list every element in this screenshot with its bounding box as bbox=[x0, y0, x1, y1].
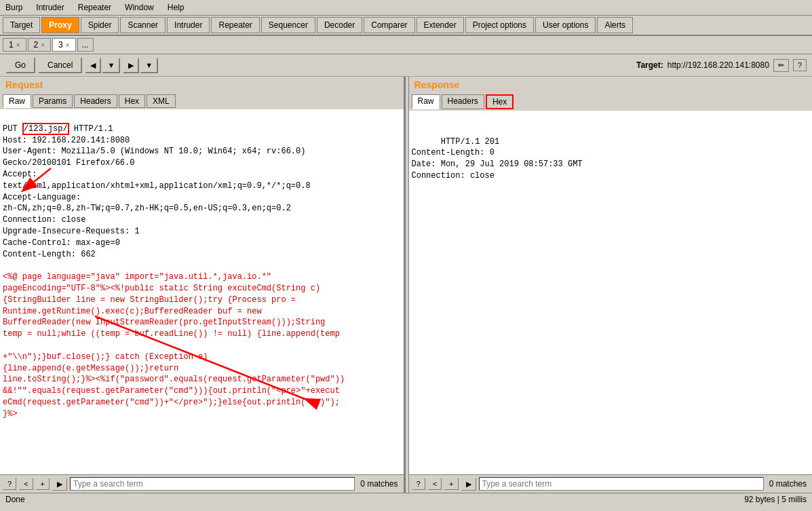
response-search-bar: ? < + ▶ 0 matches bbox=[409, 474, 813, 493]
rep-tab-3[interactable]: 3 × bbox=[52, 38, 76, 52]
rep-tab-2-label: 2 bbox=[34, 40, 39, 50]
target-value: http://192.168.220.141:8080 bbox=[668, 60, 769, 70]
rep-tab-3-label: 3 bbox=[58, 40, 63, 50]
tab-sequencer[interactable]: Sequencer bbox=[261, 17, 315, 33]
tab-comparer[interactable]: Comparer bbox=[364, 17, 414, 33]
req-tab-params[interactable]: Params bbox=[33, 94, 73, 108]
help-button[interactable]: ? bbox=[793, 59, 807, 71]
req-options-btn[interactable]: ▶ bbox=[52, 478, 67, 491]
request-title: Request bbox=[0, 77, 404, 93]
main-content: Request Raw Params Headers Hex XML PUT /… bbox=[0, 77, 812, 493]
tab-repeater[interactable]: Repeater bbox=[211, 17, 259, 33]
req-tab-xml[interactable]: XML bbox=[147, 94, 176, 108]
rep-tab-2-close[interactable]: × bbox=[41, 41, 45, 49]
response-match-count: 0 matches bbox=[767, 479, 809, 489]
tab-scanner[interactable]: Scanner bbox=[120, 17, 166, 33]
forward-dropdown[interactable]: ▼ bbox=[140, 58, 158, 73]
rep-tab-more[interactable]: ... bbox=[77, 38, 94, 52]
tab-spider[interactable]: Spider bbox=[81, 17, 119, 33]
request-path-highlighted: /123.jsp/ bbox=[22, 123, 69, 135]
tab-intruder[interactable]: Intruder bbox=[167, 17, 210, 33]
request-search-bar: ? < + ▶ 0 matches bbox=[0, 474, 404, 493]
go-button[interactable]: Go bbox=[5, 57, 35, 73]
tab-alerts[interactable]: Alerts bbox=[597, 17, 633, 33]
request-method: PUT bbox=[3, 124, 22, 134]
request-body-end: }%> bbox=[3, 409, 18, 419]
req-tab-raw[interactable]: Raw bbox=[3, 94, 31, 108]
rep-tab-1[interactable]: 1 × bbox=[3, 38, 26, 52]
res-tab-raw[interactable]: Raw bbox=[412, 94, 440, 109]
tab-user-options[interactable]: User options bbox=[535, 17, 596, 33]
response-content[interactable]: HTTP/1.1 201 Content-Length: 0 Date: Mon… bbox=[409, 111, 813, 474]
response-panel: Response Raw Headers Hex HTTP/1.1 201 Co… bbox=[409, 77, 813, 493]
response-tabs: Raw Headers Hex bbox=[409, 93, 813, 111]
menu-bar: Burp Intruder Repeater Window Help bbox=[0, 0, 812, 16]
back-nav-group: ◀ ▼ bbox=[85, 58, 120, 73]
main-tab-bar: Target Proxy Spider Scanner Intruder Rep… bbox=[0, 16, 812, 36]
menu-burp[interactable]: Burp bbox=[3, 1, 25, 14]
rep-tab-1-label: 1 bbox=[9, 40, 14, 50]
status-left: Done bbox=[5, 495, 25, 504]
forward-nav-group: ▶ ▼ bbox=[123, 58, 158, 73]
rep-tab-2[interactable]: 2 × bbox=[28, 38, 52, 52]
tab-target[interactable]: Target bbox=[3, 17, 40, 33]
request-content[interactable]: PUT /123.jsp/ HTTP/1.1 Host: 192.168.220… bbox=[0, 109, 404, 474]
status-bar: Done 92 bytes | 5 millis bbox=[0, 493, 812, 506]
res-help-btn[interactable]: ? bbox=[412, 478, 425, 490]
menu-window[interactable]: Window bbox=[122, 1, 157, 14]
forward-button[interactable]: ▶ bbox=[123, 58, 139, 73]
request-match-count: 0 matches bbox=[357, 479, 400, 489]
back-button[interactable]: ◀ bbox=[85, 58, 101, 73]
res-tab-headers[interactable]: Headers bbox=[442, 94, 484, 109]
toolbar: Go Cancel ◀ ▼ ▶ ▼ Target: http://192.168… bbox=[0, 54, 812, 77]
rep-tab-1-close[interactable]: × bbox=[16, 41, 20, 49]
rep-tab-3-close[interactable]: × bbox=[66, 41, 70, 49]
req-prev-btn[interactable]: < bbox=[19, 478, 33, 490]
response-search-input[interactable] bbox=[479, 477, 764, 491]
menu-repeater[interactable]: Repeater bbox=[75, 1, 114, 14]
req-next-btn[interactable]: + bbox=[36, 478, 50, 490]
request-body: <%@ page language="java" import="java.ut… bbox=[3, 272, 345, 407]
res-tab-hex[interactable]: Hex bbox=[486, 94, 514, 109]
target-label: Target: bbox=[636, 60, 663, 70]
response-text: HTTP/1.1 201 Content-Length: 0 Date: Mon… bbox=[412, 137, 583, 181]
request-tabs: Raw Params Headers Hex XML bbox=[0, 93, 404, 109]
menu-help[interactable]: Help bbox=[165, 1, 187, 14]
request-protocol: HTTP/1.1 Host: 192.168.220.141:8080 User… bbox=[3, 124, 311, 259]
target-info: Target: http://192.168.220.141:8080 ✏ ? bbox=[636, 59, 807, 72]
cancel-button[interactable]: Cancel bbox=[38, 57, 82, 73]
res-prev-btn[interactable]: < bbox=[428, 478, 442, 490]
request-search-input[interactable] bbox=[70, 477, 355, 491]
response-title: Response bbox=[409, 77, 813, 93]
req-help-btn[interactable]: ? bbox=[3, 478, 16, 490]
tab-extender[interactable]: Extender bbox=[417, 17, 464, 33]
res-options-btn[interactable]: ▶ bbox=[461, 478, 476, 491]
edit-target-button[interactable]: ✏ bbox=[773, 59, 789, 72]
request-panel: Request Raw Params Headers Hex XML PUT /… bbox=[0, 77, 405, 493]
tab-project-options[interactable]: Project options bbox=[465, 17, 534, 33]
repeater-tabs: 1 × 2 × 3 × ... bbox=[0, 36, 812, 54]
tab-proxy[interactable]: Proxy bbox=[41, 17, 79, 33]
req-tab-hex[interactable]: Hex bbox=[119, 94, 145, 108]
req-tab-headers[interactable]: Headers bbox=[74, 94, 117, 108]
back-dropdown[interactable]: ▼ bbox=[102, 58, 120, 73]
res-next-btn[interactable]: + bbox=[444, 478, 458, 490]
tab-decoder[interactable]: Decoder bbox=[317, 17, 362, 33]
menu-intruder[interactable]: Intruder bbox=[33, 1, 66, 14]
status-right: 92 bytes | 5 millis bbox=[744, 495, 807, 504]
